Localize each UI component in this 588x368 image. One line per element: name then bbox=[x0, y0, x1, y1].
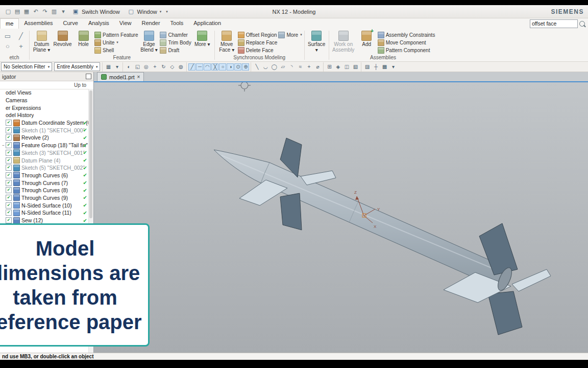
more-button[interactable]: More▾ bbox=[278, 31, 302, 38]
snap-control-point-icon[interactable]: ◠ bbox=[204, 63, 211, 71]
shell-button[interactable]: Shell bbox=[94, 47, 138, 54]
tail-fin-bottom[interactable] bbox=[488, 291, 522, 335]
spline-tool-icon[interactable]: ≈ bbox=[296, 63, 304, 71]
chamfer-button[interactable]: Chamfer bbox=[160, 31, 191, 38]
expander-icon[interactable]: − bbox=[1, 143, 6, 148]
rotate-view-icon[interactable]: ↻ bbox=[159, 63, 167, 71]
ribbon-tab-render[interactable]: Render bbox=[137, 18, 165, 29]
tree-row-er-expressions[interactable]: er Expressions bbox=[0, 104, 89, 111]
3d-viewport[interactable]: Z Y X bbox=[94, 82, 588, 353]
tree-row-sketch-5-sketch-002[interactable]: ✔Sketch (5) "SKETCH_002"✔ bbox=[0, 164, 89, 172]
pattern-feature-button[interactable]: Pattern Feature bbox=[94, 31, 138, 38]
ribbon-tab-application[interactable]: Application bbox=[188, 18, 226, 29]
work-layer-icon[interactable]: ▧ bbox=[351, 63, 359, 71]
snap-midpoint-icon[interactable]: ─ bbox=[196, 63, 203, 71]
move-face-button[interactable]: Move Face ▾ bbox=[217, 30, 237, 53]
tree-row-revolve-2[interactable]: ✔Revolve (2)✔ bbox=[0, 134, 89, 142]
tree-row-feature-group-18-tail-fin[interactable]: −✔Feature Group (18) "Tail fin"✔ bbox=[0, 142, 89, 149]
point-sketch-icon[interactable]: + bbox=[16, 42, 26, 50]
draft-button[interactable]: Draft bbox=[160, 47, 191, 54]
checkbox-icon[interactable]: ✔ bbox=[6, 142, 12, 148]
checkbox-icon[interactable]: ✔ bbox=[6, 172, 12, 178]
selection-filter-dropdown[interactable]: No Selection Filter ▾ bbox=[1, 62, 52, 71]
missile-model[interactable] bbox=[214, 138, 551, 335]
toolbar-overflow-chevron-icon[interactable]: ▾ bbox=[166, 10, 168, 14]
edit-section-icon[interactable]: ◫ bbox=[342, 63, 351, 71]
show-hide-icon[interactable]: ◐ bbox=[125, 63, 133, 71]
undo-icon[interactable]: ↶ bbox=[32, 8, 40, 16]
tree-row-sketch-3-sketch-001[interactable]: ✔Sketch (3) "SKETCH_001"✔ bbox=[0, 149, 89, 157]
snap-point-on-curve-icon[interactable]: ⊕ bbox=[242, 63, 249, 71]
tree-row-odel-history[interactable]: odel History bbox=[0, 111, 89, 119]
tree-row-sketch-1-sketch-000[interactable]: ✔Sketch (1) "SKETCH_000"✔ bbox=[0, 126, 89, 134]
border-customize-chevron-icon[interactable]: ▾ bbox=[389, 63, 397, 71]
checkbox-icon[interactable]: ✔ bbox=[6, 165, 12, 171]
fit-view-icon[interactable]: ◱ bbox=[133, 63, 141, 71]
revolve-button[interactable]: Revolve bbox=[53, 30, 72, 48]
save-icon[interactable]: ▦ bbox=[22, 8, 31, 16]
more-button[interactable]: More ▾ bbox=[192, 30, 212, 48]
datum-plane-button[interactable]: Datum Plane ▾ bbox=[32, 30, 52, 53]
tree-row-through-curves-9[interactable]: ✔Through Curves (9)✔ bbox=[0, 194, 89, 202]
checkbox-icon[interactable]: ✔ bbox=[6, 150, 12, 156]
tree-row-through-curves-7[interactable]: ✔Through Curves (7)✔ bbox=[0, 179, 89, 187]
part-tab[interactable]: model1.prt × bbox=[97, 72, 144, 81]
circle-sketch-icon[interactable]: ○ bbox=[3, 42, 12, 50]
touch-mode-icon[interactable]: ▦ bbox=[104, 63, 112, 71]
snap-arc-center-icon[interactable]: ○ bbox=[219, 63, 226, 71]
snap-existing-point-icon[interactable]: ⊙ bbox=[234, 63, 241, 71]
tree-row-datum-coordinate-system-0[interactable]: ✔Datum Coordinate System (0)✔ bbox=[0, 119, 89, 127]
tree-row-through-curves-8[interactable]: ✔Through Curves (8)✔ bbox=[0, 187, 89, 194]
trim-body-button[interactable]: Trim Body bbox=[160, 39, 191, 46]
tree-row-through-curves-6[interactable]: ✔Through Curves (6)✔ bbox=[0, 172, 89, 179]
render-style-icon[interactable]: ◍ bbox=[177, 63, 185, 71]
search-icon[interactable] bbox=[579, 21, 585, 27]
redo-icon[interactable]: ↷ bbox=[41, 8, 49, 16]
perspective-icon[interactable]: ◇ bbox=[168, 63, 176, 71]
wcs-display-icon[interactable]: ┼ bbox=[372, 63, 380, 71]
checkbox-icon[interactable]: ✔ bbox=[6, 157, 12, 164]
window-menu-button[interactable]: ▢ Window ▾ bbox=[124, 7, 165, 16]
scrollbar-thumb[interactable] bbox=[89, 90, 92, 218]
hole-button[interactable]: Hole bbox=[74, 30, 93, 48]
window-layout-icon[interactable]: ⊞ bbox=[325, 63, 333, 71]
ribbon-tab-tools[interactable]: Tools bbox=[165, 18, 189, 29]
snap-options-chevron-icon[interactable]: ▾ bbox=[113, 63, 121, 71]
add-button[interactable]: +Add bbox=[357, 30, 377, 48]
checkbox-icon[interactable]: ✔ bbox=[6, 210, 12, 216]
fillet-tool-icon[interactable]: ◝ bbox=[287, 63, 296, 71]
grid-display-icon[interactable]: ▩ bbox=[380, 63, 388, 71]
pattern-component-button[interactable]: Pattern Component bbox=[378, 47, 435, 54]
ribbon-tab-view[interactable]: View bbox=[114, 18, 137, 29]
ribbon-tab-curve[interactable]: Curve bbox=[58, 18, 83, 29]
replace-face-button[interactable]: Replace Face bbox=[238, 39, 278, 46]
assembly-constraints-button[interactable]: Assembly Constraints bbox=[378, 31, 435, 38]
tree-row-cameras[interactable]: Cameras bbox=[0, 97, 89, 104]
ribbon-tab-me[interactable]: me bbox=[0, 18, 19, 29]
checkbox-icon[interactable]: ✔ bbox=[6, 127, 12, 133]
checkbox-icon[interactable]: ✔ bbox=[6, 187, 12, 193]
zoom-icon[interactable]: ◎ bbox=[142, 63, 150, 71]
offset-region-button[interactable]: Offset Region bbox=[238, 31, 278, 38]
checkbox-icon[interactable]: ✔ bbox=[6, 195, 12, 201]
command-finder-input[interactable] bbox=[530, 19, 578, 28]
selection-scope-dropdown[interactable]: Entire Assembly ▾ bbox=[54, 62, 100, 71]
canard-fin-right[interactable] bbox=[301, 171, 336, 185]
panel-toggle-icon[interactable] bbox=[86, 74, 91, 79]
print-icon[interactable]: ▥ bbox=[50, 8, 58, 16]
snap-quadrant-icon[interactable]: ◑ bbox=[227, 63, 234, 71]
qa-customize-chevron-icon[interactable]: ▾ bbox=[59, 8, 67, 16]
pan-icon[interactable]: + bbox=[151, 63, 159, 71]
close-tab-icon[interactable]: × bbox=[137, 75, 140, 80]
tree-row-n-sided-surface-11[interactable]: ✔N-Sided Surface (11)✔ bbox=[0, 209, 89, 217]
profile-tool-icon[interactable]: ▱ bbox=[279, 63, 287, 71]
checkbox-icon[interactable]: ✔ bbox=[6, 180, 12, 186]
snap-endpoint-icon[interactable]: ╱ bbox=[188, 63, 195, 71]
arc-tool-icon[interactable]: ◡ bbox=[261, 63, 270, 71]
line-sketch-icon[interactable]: ╱ bbox=[16, 32, 26, 40]
tree-row-n-sided-surface-10[interactable]: ✔N-Sided Surface (10)✔ bbox=[0, 201, 89, 209]
delete-face-button[interactable]: Delete Face bbox=[238, 47, 278, 54]
snap-intersection-icon[interactable]: ╳ bbox=[211, 63, 218, 71]
open-file-icon[interactable]: ▤ bbox=[13, 8, 21, 16]
surface-button[interactable]: Surface ▾ bbox=[307, 30, 327, 53]
